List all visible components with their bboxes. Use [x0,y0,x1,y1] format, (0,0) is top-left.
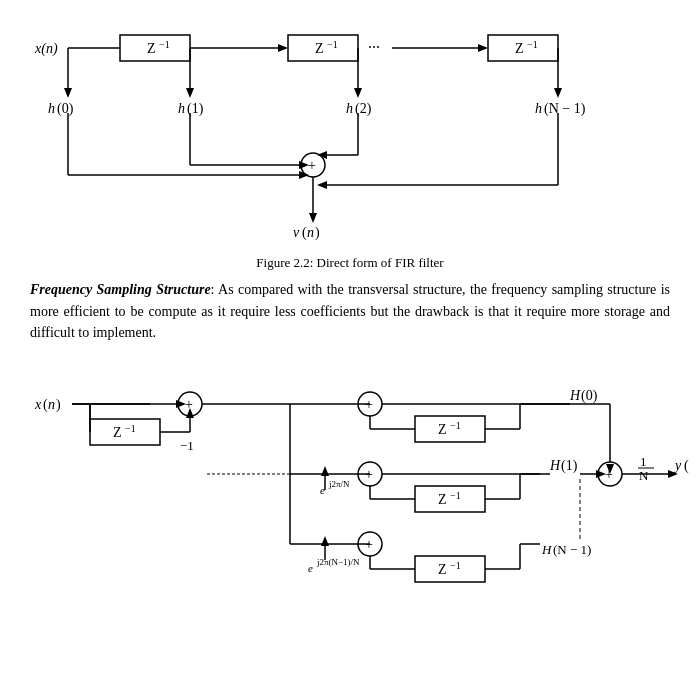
svg-text:−1: −1 [180,438,194,453]
svg-marker-29 [554,88,562,98]
frequency-sampling-paragraph: Frequency Sampling Structure: As compare… [30,279,670,344]
figure-top-caption: Figure 2.2: Direct form of FIR filter [30,255,670,271]
svg-text:+: + [365,397,373,412]
svg-text:−1: −1 [327,39,338,50]
svg-text:(N − 1): (N − 1) [544,101,586,117]
svg-text:Z: Z [515,41,524,56]
svg-text:Z: Z [113,425,122,440]
svg-text:j2π(N−1)/N: j2π(N−1)/N [316,557,360,567]
svg-text:h: h [48,101,55,116]
svg-text:n: n [48,397,55,412]
svg-text:−1: −1 [125,423,136,434]
svg-text:h: h [535,101,542,116]
svg-marker-6 [278,44,288,52]
svg-text:Z: Z [315,41,324,56]
svg-text:+: + [365,467,373,482]
svg-text:···: ··· [368,39,380,56]
fir-direct-form-diagram: x(n) Z −1 Z −1 ··· Z −1 [30,10,670,250]
svg-text:−1: −1 [527,39,538,50]
svg-text:Z: Z [147,41,156,56]
svg-text:−1: −1 [450,490,461,501]
svg-text:x: x [34,397,42,412]
svg-text:): ) [56,397,61,413]
svg-text:H: H [569,388,581,403]
svg-text:(N − 1): (N − 1) [553,542,591,557]
svg-text:h: h [346,101,353,116]
page: x(n) Z −1 Z −1 ··· Z −1 [0,0,700,634]
svg-text:Z: Z [438,422,447,437]
svg-text:j2π/N: j2π/N [328,479,350,489]
svg-text:Z: Z [438,492,447,507]
svg-text:n: n [307,225,314,240]
svg-text:(: ( [684,458,689,474]
svg-marker-21 [186,88,194,98]
svg-text:+: + [185,397,193,412]
svg-text:−1: −1 [159,39,170,50]
svg-marker-25 [354,88,362,98]
svg-marker-12 [478,44,488,52]
svg-text:Z: Z [438,562,447,577]
svg-marker-102 [321,466,329,476]
svg-text:N: N [639,468,649,483]
svg-text:v: v [293,225,300,240]
svg-text:h: h [178,101,185,116]
svg-marker-45 [317,181,327,189]
svg-text:+: + [365,537,373,552]
svg-text:): ) [315,225,320,241]
svg-text:+: + [308,158,316,173]
section-title: Frequency Sampling Structure [30,282,211,297]
svg-text:x(n): x(n) [34,41,58,57]
svg-text:(0): (0) [57,101,74,117]
svg-text:y: y [673,458,682,473]
svg-text:H: H [549,458,561,473]
svg-marker-17 [64,88,72,98]
svg-marker-120 [321,536,329,546]
svg-text:(0): (0) [581,388,598,404]
svg-text:−1: −1 [450,420,461,431]
svg-marker-47 [309,213,317,223]
svg-text:(1): (1) [561,458,578,474]
svg-text:H: H [541,542,552,557]
svg-text:1: 1 [640,454,647,469]
svg-text:e: e [308,562,313,574]
frequency-sampling-diagram: x ( n ) Z −1 + −1 [30,354,690,624]
svg-text:−1: −1 [450,560,461,571]
